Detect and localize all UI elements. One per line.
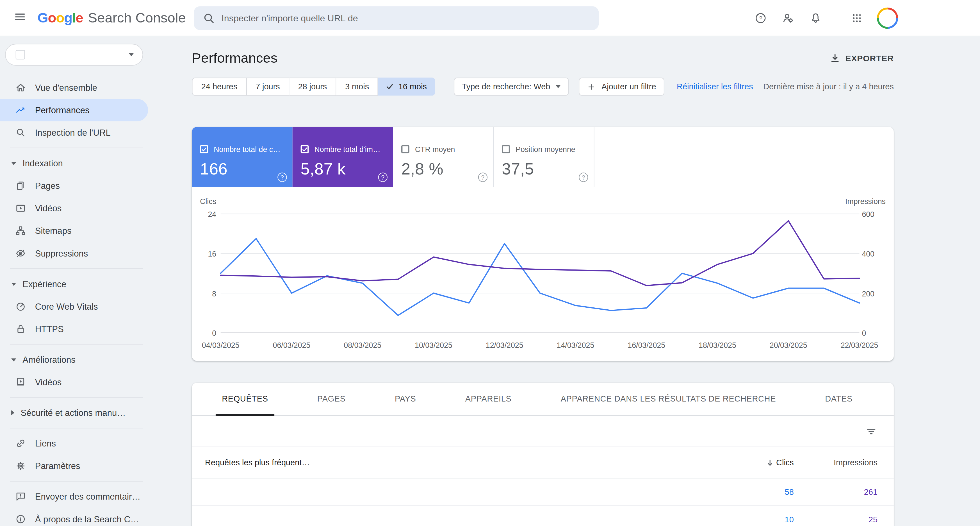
checkbox-icon[interactable] <box>502 145 510 153</box>
reset-filters-link[interactable]: Réinitialiser les filtres <box>677 82 753 91</box>
gauge-icon <box>15 301 26 312</box>
tab-pages[interactable]: PAGES <box>311 383 352 416</box>
account-avatar[interactable] <box>877 7 898 29</box>
tab-requetes[interactable]: REQUÊTES <box>216 383 274 416</box>
help-button[interactable]: ? <box>748 5 773 30</box>
plot-area[interactable] <box>221 214 859 333</box>
filter-list-icon <box>866 426 877 437</box>
add-filter-label: Ajouter un filtre <box>601 82 656 91</box>
trending-up-icon <box>15 105 26 116</box>
range-label: 16 mois <box>398 82 427 91</box>
axis-tick-label: 0 <box>862 329 886 338</box>
help-icon: ? <box>754 11 767 24</box>
range-24-heures[interactable]: 24 heures <box>192 78 247 96</box>
axis-tick-label: 16 <box>200 250 216 258</box>
clics-cell: 10 <box>750 515 794 524</box>
table-filter-button[interactable] <box>861 421 881 441</box>
logo-letter: G <box>38 10 48 26</box>
sidebar-section-ameliorations[interactable]: Améliorations <box>0 348 148 371</box>
apps-grid-button[interactable] <box>844 5 869 30</box>
metric-value: 37,5 <box>502 159 586 179</box>
logo-letter: g <box>64 10 72 26</box>
table-header-row: Requêtes les plus fréquent… Clics Impres… <box>192 447 894 478</box>
sidebar-item-liens[interactable]: Liens <box>0 432 148 454</box>
column-header-query[interactable]: Requêtes les plus fréquent… <box>205 458 750 467</box>
sidebar-item-url-inspection[interactable]: Inspection de l'URL <box>0 121 148 144</box>
home-icon <box>15 82 26 93</box>
axis-tick-label: 24 <box>200 210 216 219</box>
checkbox-icon[interactable] <box>401 145 409 153</box>
sidebar-item-label: À propos de la Search C… <box>35 514 139 524</box>
search-icon <box>203 11 215 24</box>
sidebar-section-indexation[interactable]: Indexation <box>0 152 148 174</box>
divider <box>10 268 143 269</box>
export-button[interactable]: EXPORTER <box>829 53 894 64</box>
metric-card-total-impressions[interactable]: Nombre total d'im… 5,87 k <box>293 127 393 187</box>
table-row[interactable]: 10 25 <box>192 506 894 526</box>
sidebar-nav: Vue d'ensemble Performances Inspection d… <box>0 77 148 526</box>
range-7-jours[interactable]: 7 jours <box>247 78 289 96</box>
app-logo[interactable]: Google Search Console <box>38 10 186 26</box>
tab-pays[interactable]: PAYS <box>389 383 422 416</box>
metric-value: 5,87 k <box>301 159 386 179</box>
checkbox-icon[interactable] <box>301 145 309 153</box>
url-inspection-searchbar[interactable] <box>194 6 599 30</box>
table-row[interactable]: 58 261 <box>192 478 894 506</box>
performance-chart: Clics Impressions 081624 0200400600 04/0… <box>192 187 894 361</box>
help-icon[interactable] <box>277 172 287 182</box>
sidebar-item-sitemaps[interactable]: Sitemaps <box>0 220 148 242</box>
sidebar-item-core-web-vitals[interactable]: Core Web Vitals <box>0 295 148 318</box>
axis-tick-label: 8 <box>200 289 216 298</box>
sidebar-item-performances[interactable]: Performances <box>0 99 148 121</box>
sidebar-item-feedback[interactable]: Envoyer des commentair… <box>0 485 148 508</box>
sidebar-section-experience[interactable]: Expérience <box>0 273 148 295</box>
help-icon[interactable] <box>579 172 588 182</box>
dimensions-table-card: REQUÊTES PAGES PAYS APPAREILS APPARENCE … <box>192 383 894 526</box>
metric-card-total-clicks[interactable]: Nombre total de c… 166 <box>192 127 292 187</box>
help-icon[interactable] <box>378 172 388 182</box>
sidebar-item-videos-amelioration[interactable]: Vidéos <box>0 371 148 394</box>
url-inspection-input[interactable] <box>221 13 590 23</box>
tab-appareils[interactable]: APPAREILS <box>459 383 518 416</box>
sidebar-section-label: Indexation <box>22 158 63 168</box>
dimension-tabs: REQUÊTES PAGES PAYS APPAREILS APPARENCE … <box>192 383 894 416</box>
column-header-impressions[interactable]: Impressions <box>794 458 878 467</box>
column-header-clics[interactable]: Clics <box>750 458 794 467</box>
logo-letter: o <box>56 10 64 26</box>
impressions-cell: 25 <box>794 515 878 524</box>
apps-grid-icon <box>851 12 862 23</box>
tab-apparence[interactable]: APPARENCE DANS LES RÉSULTATS DE RECHERCH… <box>554 383 782 416</box>
notifications-button[interactable] <box>803 5 828 30</box>
hamburger-menu-button[interactable] <box>8 5 33 30</box>
sidebar-item-suppressions[interactable]: Suppressions <box>0 242 148 265</box>
user-settings-button[interactable] <box>776 5 800 30</box>
sidebar-item-label: Vidéos <box>35 203 62 213</box>
range-3-mois[interactable]: 3 mois <box>336 78 379 96</box>
range-16-mois[interactable]: 16 mois <box>379 78 435 96</box>
search-type-label: Type de recherche: Web <box>462 82 550 91</box>
sidebar-item-pages[interactable]: Pages <box>0 174 148 197</box>
sidebar-item-videos[interactable]: Vidéos <box>0 197 148 220</box>
chevron-down-icon <box>556 85 561 88</box>
metric-card-average-position[interactable]: Position moyenne 37,5 <box>494 127 594 187</box>
sidebar-item-about[interactable]: À propos de la Search C… <box>0 508 148 526</box>
help-icon[interactable] <box>478 172 487 182</box>
x-axis-tick-label: 18/03/2025 <box>698 341 736 349</box>
sidebar-item-overview[interactable]: Vue d'ensemble <box>0 77 148 99</box>
sidebar-section-securite[interactable]: Sécurité et actions manuelles <box>0 402 148 424</box>
sidebar-item-label: Paramètres <box>35 461 80 471</box>
chevron-down-icon <box>11 282 16 285</box>
metric-tiles: Nombre total de c… 166 Nombre total d'im… <box>192 127 894 187</box>
tab-dates[interactable]: DATES <box>819 383 859 416</box>
range-28-jours[interactable]: 28 jours <box>289 78 336 96</box>
sidebar-item-parametres[interactable]: Paramètres <box>0 454 148 477</box>
checkbox-icon[interactable] <box>200 145 208 153</box>
add-filter-button[interactable]: Ajouter un filtre <box>579 78 664 96</box>
right-axis-ticks: 0200400600 <box>862 214 886 333</box>
property-selector[interactable] <box>5 44 143 66</box>
search-type-filter[interactable]: Type de recherche: Web <box>454 78 569 96</box>
metric-card-average-ctr[interactable]: CTR moyen 2,8 % <box>393 127 494 187</box>
sidebar-item-https[interactable]: HTTPS <box>0 318 148 340</box>
sidebar-item-label: Core Web Vitals <box>35 301 98 312</box>
sidebar-section-label: Expérience <box>22 279 66 289</box>
